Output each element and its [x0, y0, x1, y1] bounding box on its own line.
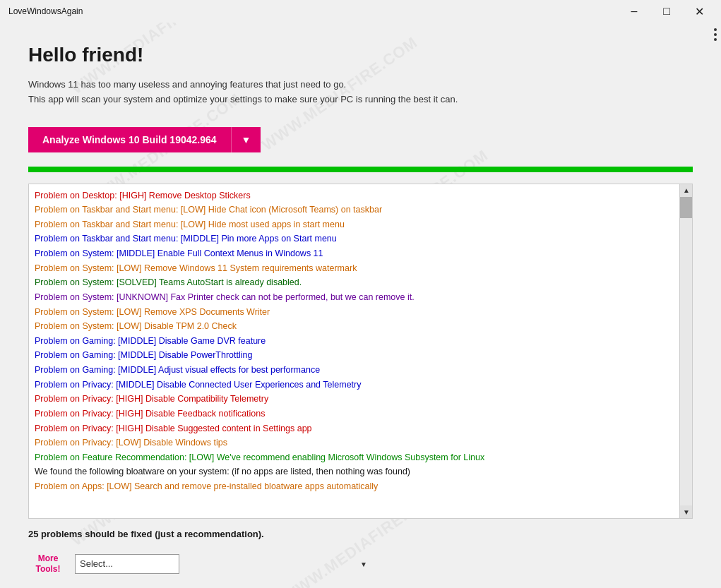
result-item: Problem on System: [LOW] Disable TPM 2.0…: [35, 319, 674, 334]
result-item: Problem on System: [MIDDLE] Enable Full …: [35, 246, 674, 261]
result-item: Problem on System: [UNKNOWN] Fax Printer…: [35, 290, 674, 305]
kebab-menu[interactable]: [710, 23, 721, 47]
result-item: We found the following bloatware on your…: [35, 464, 674, 479]
kebab-dot: [714, 38, 717, 41]
result-item: Problem on System: [LOW] Remove Windows …: [35, 261, 674, 276]
kebab-dot: [714, 33, 717, 36]
result-item: Problem on System: [SOLVED] Teams AutoSt…: [35, 275, 674, 290]
analyze-button[interactable]: Analyze Windows 10 Build 19042.964: [28, 127, 231, 152]
scroll-down-button[interactable]: ▼: [680, 505, 693, 518]
result-item: Problem on Feature Recommendation: [LOW]…: [35, 450, 674, 465]
window-title: LoveWindowsAgain: [6, 6, 83, 16]
analyze-section: Analyze Windows 10 Build 19042.964 ▼: [28, 127, 693, 152]
result-item: Problem on Taskbar and Start menu: [LOW]…: [35, 203, 674, 217]
more-tools-label: MoreTools!: [28, 553, 68, 574]
result-item: Problem on System: [LOW] Remove XPS Docu…: [35, 305, 674, 320]
minimize-button[interactable]: –: [618, 0, 650, 23]
result-item: Problem on Taskbar and Start menu: [LOW]…: [35, 217, 674, 232]
summary-text: 25 problems should be fixed (just a reco…: [28, 519, 693, 551]
close-button[interactable]: ✕: [683, 0, 715, 23]
greeting-title: Hello friend!: [28, 44, 693, 66]
scroll-up-button[interactable]: ▲: [680, 184, 693, 197]
result-item: Problem on Privacy: [MIDDLE] Disable Con…: [35, 378, 674, 392]
window-controls: – □ ✕: [618, 0, 715, 23]
tools-select[interactable]: Select...System CleanupPrivacy ToolsPerf…: [75, 554, 179, 574]
progress-bar-fill: [28, 167, 693, 172]
results-scroll[interactable]: Problem on Desktop: [HIGH] Remove Deskto…: [29, 184, 679, 519]
scroll-thumb[interactable]: [680, 197, 692, 218]
analyze-dropdown-button[interactable]: ▼: [231, 127, 261, 152]
main-content: Hello friend! Windows 11 has too many us…: [0, 23, 721, 588]
result-item: Problem on Gaming: [MIDDLE] Disable Powe…: [35, 348, 674, 363]
result-item: Problem on Gaming: [MIDDLE] Adjust visua…: [35, 363, 674, 378]
result-item: Problem on Privacy: [LOW] Disable Window…: [35, 436, 674, 450]
description-line2: This app will scan your system and optim…: [28, 92, 693, 107]
scroll-track: [680, 197, 692, 506]
results-container: Problem on Desktop: [HIGH] Remove Deskto…: [28, 184, 693, 520]
result-item: Problem on Apps: [LOW] Search and remove…: [35, 479, 674, 494]
progress-bar-container: [28, 167, 693, 172]
result-item: Problem on Privacy: [HIGH] Disable Compa…: [35, 392, 674, 407]
title-bar: LoveWindowsAgain – □ ✕: [0, 0, 721, 23]
result-item: Problem on Taskbar and Start menu: [MIDD…: [35, 232, 674, 246]
description-block: Windows 11 has too many useless and anno…: [28, 78, 693, 107]
kebab-dot: [714, 28, 717, 31]
tools-select-wrapper: Select...System CleanupPrivacy ToolsPerf…: [75, 554, 371, 574]
description-line1: Windows 11 has too many useless and anno…: [28, 78, 693, 92]
result-item: Problem on Privacy: [HIGH] Disable Feedb…: [35, 407, 674, 421]
analyze-arrow-icon: ▼: [242, 134, 251, 145]
maximize-button[interactable]: □: [650, 0, 683, 23]
result-item: Problem on Privacy: [HIGH] Disable Sugge…: [35, 421, 674, 436]
result-item: Problem on Desktop: [HIGH] Remove Deskto…: [35, 188, 674, 203]
bottom-bar: MoreTools! Select...System CleanupPrivac…: [28, 551, 693, 574]
scrollbar: ▲ ▼: [679, 184, 692, 519]
result-item: Problem on Gaming: [MIDDLE] Disable Game…: [35, 334, 674, 349]
